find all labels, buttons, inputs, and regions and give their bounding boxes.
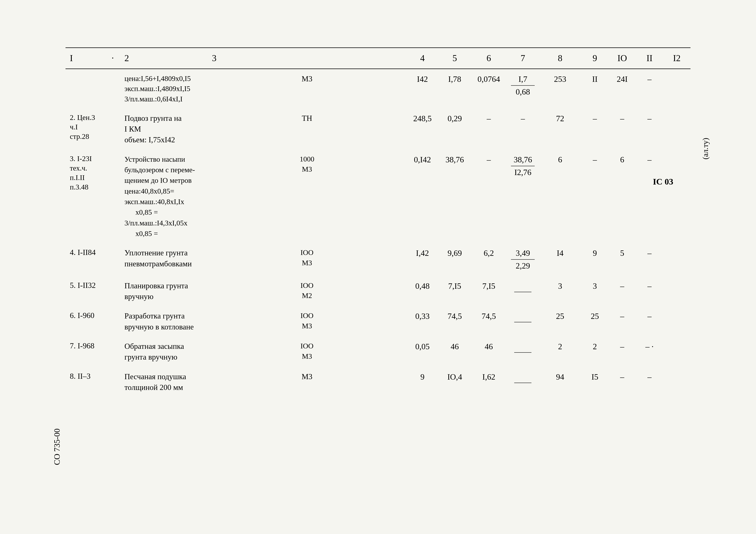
table-row: 4. I-II84 Уплотнение грунтапневмотрамбов… [66,243,690,276]
desc-cell: Подвоз грунта наI КМобъем: I,75xI42 [120,109,207,150]
main-table: I · 2 3 4 5 6 7 8 9 IO II I2 [66,47,690,397]
table-row: 5. I-II32 Планировка грунтавручную IOOМ2… [66,276,690,306]
bottom-label: СО 735-00 [50,428,64,465]
desc-cell: Устройство насыпи бульдозером с переме- … [120,150,207,243]
header-col1: I [66,48,105,69]
page-note: IC 03 [653,177,673,187]
col11-cell: – [636,243,663,276]
col7-cell: I,7 0,68 [507,69,539,108]
col7-cell: – [507,109,539,150]
col10-cell: – [608,276,636,306]
desc-cell: Уплотнение грунтапневмотрамбовками [120,243,207,276]
col8-cell: 94 [539,367,581,397]
ref-cell: 4. I-II84 [66,243,120,276]
col4-cell: I42 [406,69,439,108]
col7-cell [507,367,539,397]
header-col9: 9 [581,48,608,69]
col9-cell: 9 [581,243,608,276]
col11-cell: – [636,276,663,306]
header-col4: 4 [406,48,439,69]
col9-cell: 3 [581,276,608,306]
header-col11: II [636,48,663,69]
col10-cell: 24I [608,69,636,108]
col6-cell: 46 [471,337,507,367]
col8-cell: 2 [539,337,581,367]
desc-cell: Разработка грунтавручную в котловане [120,306,207,337]
col4-cell: 248,5 [406,109,439,150]
header-col2: 2 [120,48,207,69]
col5-cell: 74,5 [439,306,471,337]
table-row: 6. I-960 Разработка грунтавручную в котл… [66,306,690,337]
col4-cell: 0,05 [406,337,439,367]
col4-cell: I,42 [406,243,439,276]
desc-cell: Песчаная подушкатолщиной 200 мм [120,367,207,397]
col9-cell: II [581,69,608,108]
table-row: 3. I-23Iтех.ч.п.I.IIп.3.48 Устройство на… [66,150,690,243]
col8-cell: 253 [539,69,581,108]
table-row: цена:I,56+I,4809x0,I5 эксп.маш.:I,4809xI… [66,69,690,108]
col7-cell [507,306,539,337]
col6-cell: 0,0764 [471,69,507,108]
ref-cell: 3. I-23Iтех.ч.п.I.IIп.3.48 [66,150,120,243]
col11-cell: – [636,150,663,243]
col8-cell: I4 [539,243,581,276]
col10-cell: 6 [608,150,636,243]
col6-cell: 6,2 [471,243,507,276]
ref-cell: 6. I-960 [66,306,120,337]
unit-cell: 1000М3 [208,150,406,243]
page: I · 2 3 4 5 6 7 8 9 IO II I2 [0,0,756,534]
header-dot: · [105,48,120,69]
ref-cell: 2. Цен.3ч.Iстр.28 [66,109,120,150]
unit-cell: IOOМ3 [208,243,406,276]
col8-cell: 3 [539,276,581,306]
unit-cell: ТН [208,109,406,150]
ref-cell: 5. I-II32 [66,276,120,306]
header-col8: 8 [539,48,581,69]
col11-cell: – [636,306,663,337]
col5-cell: 46 [439,337,471,367]
content-area: I · 2 3 4 5 6 7 8 9 IO II I2 [44,30,712,504]
col10-cell: – [608,306,636,337]
col11-cell: – [636,109,663,150]
header-col3: 3 [208,48,406,69]
col9-cell: 2 [581,337,608,367]
ref-cell: 7. I-968 [66,337,120,367]
col5-cell: I,78 [439,69,471,108]
unit-cell: М3 [208,69,406,108]
col7-cell: 38,76 I2,76 [507,150,539,243]
col5-cell: 9,69 [439,243,471,276]
col6-cell: I,62 [471,367,507,397]
col8-cell: 25 [539,306,581,337]
col10-cell: – [608,109,636,150]
col7-cell [507,337,539,367]
col10-cell: – [608,337,636,367]
col4-cell: 0,I42 [406,150,439,243]
col4-cell: 0,48 [406,276,439,306]
desc-cell: цена:I,56+I,4809x0,I5 эксп.маш.:I,4809xI… [120,69,207,108]
col8-cell: 6 [539,150,581,243]
col8-cell: 72 [539,109,581,150]
col6-cell: – [471,109,507,150]
unit-cell: IOOМ3 [208,306,406,337]
header-col7: 7 [507,48,539,69]
unit-cell: IOOМ3 [208,337,406,367]
unit-cell: М3 [208,367,406,397]
col5-cell: 38,76 [439,150,471,243]
col9-cell: – [581,150,608,243]
desc-cell: Планировка грунтавручную [120,276,207,306]
col11-cell: – [636,69,663,108]
col7-cell: 3,49 2,29 [507,243,539,276]
col11-cell: – · [636,337,663,367]
col7-cell [507,276,539,306]
col11-cell: – [636,367,663,397]
col9-cell: I5 [581,367,608,397]
unit-cell: IOOМ2 [208,276,406,306]
header-col10: IO [608,48,636,69]
col6-cell: 7,I5 [471,276,507,306]
col6-cell: 74,5 [471,306,507,337]
col5-cell: 7,I5 [439,276,471,306]
ref-cell [66,69,120,108]
table-row: 8. II–3 Песчаная подушкатолщиной 200 мм … [66,367,690,397]
table-row: 7. I-968 Обратная засыпкагрунта вручную … [66,337,690,367]
col4-cell: 9 [406,367,439,397]
